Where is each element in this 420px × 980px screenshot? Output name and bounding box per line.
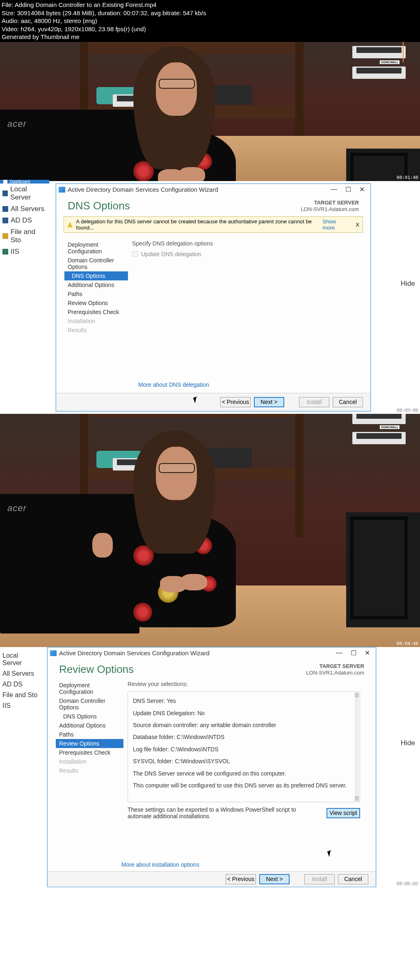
meta-audio: Audio: aac, 48000 Hz, stereo (eng) bbox=[2, 17, 418, 25]
meta-size: Size: 30914084 bytes (29.48 MiB), durati… bbox=[2, 9, 418, 17]
nav-results-2: Results bbox=[56, 766, 123, 775]
review-selections-box[interactable]: DNS Server: Yes Update DNS Delegation: N… bbox=[128, 691, 360, 802]
nav-additional-options[interactable]: Additional Options bbox=[64, 280, 128, 289]
sidebar-all-servers-2[interactable]: All Servers bbox=[0, 668, 41, 679]
device-label-2: SONICWALL bbox=[380, 425, 399, 429]
nav-results: Results bbox=[64, 326, 128, 335]
close-button-2[interactable]: ✕ bbox=[365, 649, 370, 657]
next-button-2[interactable]: Next > bbox=[259, 874, 290, 884]
target-server-info-2: TARGET SERVER LON-SVR1.Adatum.com bbox=[306, 663, 364, 677]
update-dns-checkbox bbox=[132, 251, 138, 257]
device-label: SONICWALL bbox=[380, 60, 399, 64]
cancel-button[interactable]: Cancel bbox=[333, 397, 363, 407]
install-button: Install bbox=[299, 397, 329, 407]
monitor-logo-2: acer bbox=[7, 503, 27, 514]
maximize-button[interactable]: ☐ bbox=[345, 186, 351, 193]
dns-warning-bar: A delegation for this DNS server cannot … bbox=[64, 216, 363, 233]
nav-installation-2: Installation bbox=[56, 757, 123, 766]
thumbnail-frame-3: SONICWALL acer 00:04:46 bbox=[0, 414, 420, 647]
timestamp-3: 00:04:46 bbox=[397, 641, 418, 646]
hide-button[interactable]: Hide bbox=[401, 280, 415, 288]
thumbnail-frame-2: Dashboard Local Server All Servers AD DS… bbox=[0, 181, 420, 414]
wizard-page-title: DNS Options bbox=[68, 200, 130, 212]
wizard-titlebar-text: Active Directory Domain Services Configu… bbox=[68, 186, 218, 193]
dashboard-tab[interactable]: Dashboard bbox=[0, 180, 49, 184]
previous-button-2[interactable]: < Previous bbox=[226, 874, 256, 884]
nav-prerequisites-2[interactable]: Prerequisites Check bbox=[56, 748, 123, 757]
nav-dc-options[interactable]: Domain Controller Options bbox=[64, 256, 128, 271]
meta-file: File: Adding Domain Controller to an Exi… bbox=[2, 1, 418, 9]
ad-config-wizard: Active Directory Domain Services Configu… bbox=[56, 184, 371, 411]
nav-dc-options-2[interactable]: Domain Controller Options bbox=[56, 696, 123, 712]
sidebar-all-servers[interactable]: All Servers bbox=[0, 203, 49, 215]
sidebar-iis[interactable]: IIS bbox=[0, 246, 49, 257]
timestamp-1: 00:01:40 bbox=[397, 175, 418, 180]
sidebar-local-server[interactable]: Local Server bbox=[0, 184, 49, 203]
nav-dns-options[interactable]: DNS Options bbox=[64, 271, 128, 280]
review-line-7: The DNS Server service will be configure… bbox=[133, 768, 355, 780]
show-more-link[interactable]: Show more bbox=[323, 218, 349, 231]
more-dns-link[interactable]: More about DNS delegation bbox=[138, 381, 209, 388]
sidebar-adds[interactable]: AD DS bbox=[0, 215, 49, 226]
sidebar-iis-2[interactable]: IIS bbox=[0, 700, 41, 711]
warning-icon bbox=[67, 222, 73, 227]
nav-additional-options-2[interactable]: Additional Options bbox=[56, 721, 123, 730]
nav-prerequisites[interactable]: Prerequisites Check bbox=[64, 308, 128, 317]
sidebar-file-storage-2[interactable]: File and Sto bbox=[0, 690, 41, 700]
review-line-8: This computer will be configured to use … bbox=[133, 780, 355, 792]
target-server-info: TARGET SERVER LON-SVR1.Adatum.com bbox=[301, 200, 359, 213]
wizard-app-icon-2 bbox=[50, 650, 57, 656]
review-line-2: Update DNS Delegation: No bbox=[133, 707, 355, 719]
wizard-titlebar-text-2: Active Directory Domain Services Configu… bbox=[59, 650, 210, 656]
nav-paths-2[interactable]: Paths bbox=[56, 730, 123, 739]
previous-button[interactable]: < Previous bbox=[220, 397, 251, 407]
nav-dns-options-2[interactable]: DNS Options bbox=[56, 712, 123, 721]
wizard-footer: < Previous Next > Install Cancel bbox=[56, 393, 370, 411]
close-warning-button[interactable]: X bbox=[356, 222, 359, 228]
mouse-cursor-2 bbox=[328, 851, 334, 858]
more-install-link[interactable]: More about installation options bbox=[121, 861, 199, 868]
server-manager-sidebar: Local Server All Servers AD DS File and … bbox=[0, 184, 49, 416]
cancel-button-2[interactable]: Cancel bbox=[338, 874, 368, 884]
review-line-3: Source domain controller: any writable d… bbox=[133, 719, 355, 731]
review-line-1: DNS Server: Yes bbox=[133, 695, 355, 707]
wizard-footer-2: < Previous Next > Install Cancel bbox=[48, 871, 376, 887]
nav-review-options[interactable]: Review Options bbox=[64, 298, 128, 308]
minimize-button[interactable]: — bbox=[331, 186, 337, 193]
dns-specify-label: Specify DNS delegation options bbox=[132, 240, 358, 247]
maximize-button-2[interactable]: ☐ bbox=[351, 649, 356, 657]
timestamp-4: 00:06:02 bbox=[397, 881, 418, 886]
sidebar-adds-2[interactable]: AD DS bbox=[0, 679, 41, 690]
next-button[interactable]: Next > bbox=[254, 397, 284, 407]
review-line-6: SYSVOL folder: C:\Windows\SYSVOL bbox=[133, 755, 355, 767]
server-manager-sidebar-2: Local Server All Servers AD DS File and … bbox=[0, 650, 41, 887]
review-header-label: Review your selections: bbox=[128, 681, 360, 687]
ad-config-wizard-2: Active Directory Domain Services Configu… bbox=[47, 647, 376, 887]
nav-review-options-2[interactable]: Review Options bbox=[56, 739, 123, 748]
close-button[interactable]: ✕ bbox=[359, 186, 365, 193]
wizard-titlebar-2: Active Directory Domain Services Configu… bbox=[48, 647, 376, 659]
install-button-2: Install bbox=[304, 874, 335, 884]
review-line-5: Log file folder: C:\Windows\NTDS bbox=[133, 744, 355, 755]
timestamp-2: 00:03:08 bbox=[397, 408, 418, 413]
minimize-button-2[interactable]: — bbox=[336, 649, 342, 657]
meta-generated: Generated by Thumbnail me bbox=[2, 33, 418, 41]
wizard-nav: Deployment Configuration Domain Controll… bbox=[64, 240, 128, 335]
wizard-titlebar: Active Directory Domain Services Configu… bbox=[56, 184, 370, 195]
monitor-logo: acer bbox=[7, 119, 27, 129]
sidebar-file-storage[interactable]: File and Sto bbox=[0, 226, 49, 246]
warning-text: A delegation for this DNS server cannot … bbox=[76, 218, 319, 231]
wizard-nav-2: Deployment Configuration Domain Controll… bbox=[56, 681, 123, 819]
thumbnail-frame-1: SONICWALL acer 00:01:40 bbox=[0, 42, 420, 181]
meta-video: Video: h264, yuv420p, 1920x1080, 23.98 f… bbox=[2, 25, 418, 33]
sidebar-local-server-2[interactable]: Local Server bbox=[0, 650, 41, 668]
scrollbar[interactable] bbox=[355, 693, 359, 801]
view-script-button[interactable]: View script bbox=[326, 808, 360, 818]
nav-paths[interactable]: Paths bbox=[64, 289, 128, 298]
review-line-4: Database folder: C:\Windows\NTDS bbox=[133, 731, 355, 743]
nav-installation: Installation bbox=[64, 317, 128, 326]
nav-deployment-config-2[interactable]: Deployment Configuration bbox=[56, 681, 123, 696]
export-note-text: These settings can be exported to a Wind… bbox=[128, 806, 304, 819]
hide-button-2[interactable]: Hide bbox=[401, 739, 415, 747]
nav-deployment-config[interactable]: Deployment Configuration bbox=[64, 240, 128, 256]
